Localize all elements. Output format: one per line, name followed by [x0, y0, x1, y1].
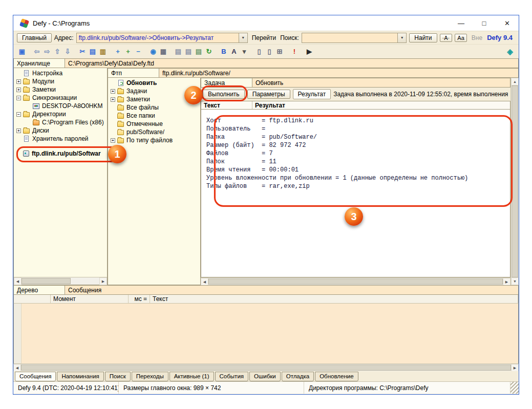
expander-icon[interactable]: + [111, 89, 115, 94]
column-text[interactable]: Текст [150, 295, 518, 303]
tab[interactable]: Ошибки [249, 372, 281, 381]
tree-item[interactable]: DESKTOP-A8O0HKM [14, 102, 107, 110]
scroll-right-icon[interactable]: ▶ [511, 364, 519, 372]
expander-icon[interactable]: + [16, 79, 21, 84]
globe-icon[interactable]: ◉ [148, 47, 158, 57]
tree-item[interactable]: + Модули [14, 77, 107, 85]
find-button[interactable]: Найти [409, 33, 437, 42]
grid-icon[interactable]: ⊞ [274, 47, 285, 57]
remove-icon[interactable]: − [133, 47, 143, 57]
paste-icon[interactable]: ▥ [98, 47, 108, 57]
scroll-thumb[interactable] [22, 278, 71, 284]
result-hscrollbar[interactable]: ◀ ▶ [201, 277, 510, 285]
tab[interactable]: Переходы [132, 372, 168, 381]
chevron-down-icon[interactable]: ▾ [239, 47, 249, 57]
column-text-header[interactable]: Текст [201, 101, 252, 109]
ftp-url[interactable]: ftp.dlink.ru/pub/Software/ [159, 68, 519, 78]
execute-button[interactable]: Выполнить [203, 90, 245, 99]
column-ms[interactable]: мс = [129, 295, 150, 303]
parameters-button[interactable]: Параметры [247, 90, 290, 99]
tab[interactable]: События [215, 372, 248, 381]
add-alt-icon[interactable]: + [123, 47, 133, 57]
layers-icon[interactable]: ◈ [505, 47, 515, 57]
tree-item[interactable]: − Директории [14, 110, 107, 118]
expander-icon[interactable]: + [111, 138, 115, 143]
arrow-left-icon[interactable]: ⇦ [32, 47, 42, 57]
tab[interactable]: Обновление [315, 372, 358, 381]
tree-item[interactable]: + По типу файлов [108, 136, 200, 144]
tree-item[interactable]: pub/Software/ [108, 128, 200, 136]
search-input[interactable] [302, 33, 397, 42]
scroll-right-icon[interactable]: ▶ [99, 277, 107, 285]
tree-item[interactable]: Обновить [108, 79, 200, 87]
column-icon[interactable]: ▯ [254, 47, 264, 57]
tree-item[interactable]: Хранитель паролей [14, 135, 107, 143]
maximize-button[interactable]: □ [473, 15, 496, 31]
expander-icon[interactable]: + [111, 97, 115, 102]
address-dropdown-icon[interactable]: ▼ [239, 33, 247, 42]
add-icon[interactable]: + [113, 47, 123, 57]
main-menu-button[interactable]: Главный [17, 33, 52, 42]
tab[interactable]: Напоминания [57, 372, 103, 381]
minimize-button[interactable]: — [450, 15, 473, 31]
tree-item[interactable]: − Синхронизации [14, 94, 107, 102]
scroll-thumb[interactable] [21, 364, 511, 371]
document-edit-icon[interactable]: ▤ [194, 47, 204, 57]
tree-item[interactable]: Отмеченные [108, 120, 200, 128]
tab[interactable]: Поиск [105, 372, 131, 381]
document-icon[interactable]: ▤ [173, 47, 183, 57]
exclamation-icon[interactable]: ! [289, 47, 300, 57]
scroll-right-icon[interactable]: ▶ [503, 278, 510, 286]
result-tab[interactable]: Результат [293, 89, 331, 99]
new-window-icon[interactable]: ▣ [17, 47, 27, 57]
address-input[interactable] [77, 33, 239, 42]
storage-hscrollbar[interactable]: ◀ ▶ [14, 277, 107, 285]
keyboard-icon[interactable]: ▦ [158, 47, 168, 57]
font-increase-button[interactable]: Аа [455, 34, 467, 42]
tree-item[interactable]: ftp.dlink.ru/pub/Softwar [14, 149, 107, 158]
cut-icon[interactable]: ✂ [77, 47, 88, 57]
scroll-track[interactable] [22, 277, 99, 285]
column-alt-icon[interactable]: ▯ [264, 47, 274, 57]
task-name[interactable]: Обновить [252, 78, 510, 88]
arrow-up-icon[interactable]: ⇧ [52, 47, 62, 57]
scroll-left-icon[interactable]: ◀ [201, 278, 208, 286]
tree-tab[interactable]: Дерево [13, 285, 65, 295]
tab[interactable]: Активные (1) [169, 372, 214, 381]
storage-tab[interactable]: Хранилище [13, 58, 65, 68]
scroll-up-icon[interactable]: ▲ [511, 78, 519, 85]
arrow-down-icon[interactable]: ⇩ [62, 47, 73, 57]
font-color-icon[interactable]: A [229, 47, 239, 57]
messages-hscrollbar[interactable]: ◀ ▶ [13, 363, 519, 371]
font-decrease-button[interactable]: ·А· [440, 34, 453, 42]
bold-icon[interactable]: B [219, 47, 229, 57]
scroll-track[interactable] [208, 278, 503, 285]
refresh-icon[interactable]: ↻ [204, 47, 214, 57]
expander-icon[interactable]: − [16, 96, 21, 100]
scroll-thumb[interactable] [512, 85, 518, 277]
search-dropdown-icon[interactable]: ▼ [397, 33, 406, 42]
scroll-down-icon[interactable]: ▼ [511, 277, 519, 285]
run-icon[interactable]: ▶ [304, 47, 314, 57]
ftp-tab[interactable]: Фтп [108, 68, 159, 78]
scroll-left-icon[interactable]: ◀ [14, 277, 22, 285]
resize-grip[interactable] [510, 382, 519, 394]
scroll-thumb[interactable] [208, 278, 503, 285]
tree-item[interactable]: C:\Program Files (x86) [14, 118, 107, 126]
close-button[interactable]: ✕ [496, 15, 519, 31]
go-button[interactable]: Перейти [250, 34, 278, 42]
scroll-track[interactable] [21, 364, 511, 371]
tree-item[interactable]: Все папки [108, 112, 200, 120]
column-result-header[interactable]: Результат [252, 101, 510, 109]
vertical-scrollbar[interactable]: ▲ ▼ [510, 78, 519, 285]
expander-icon[interactable]: − [16, 112, 21, 117]
tree-item[interactable]: + Заметки [14, 85, 107, 94]
expander-icon[interactable]: + [16, 88, 21, 92]
expander-icon[interactable]: + [16, 128, 21, 133]
column-moment[interactable]: Момент [51, 295, 129, 303]
arrow-right-icon[interactable]: ⇨ [42, 47, 52, 57]
tree-item[interactable]: + Диски [14, 126, 107, 135]
tab[interactable]: Отладка [282, 372, 314, 381]
scroll-left-icon[interactable]: ◀ [13, 364, 21, 372]
storage-file-path[interactable]: C:\Programs\Defy\Data\Defy.ftd [65, 58, 519, 68]
